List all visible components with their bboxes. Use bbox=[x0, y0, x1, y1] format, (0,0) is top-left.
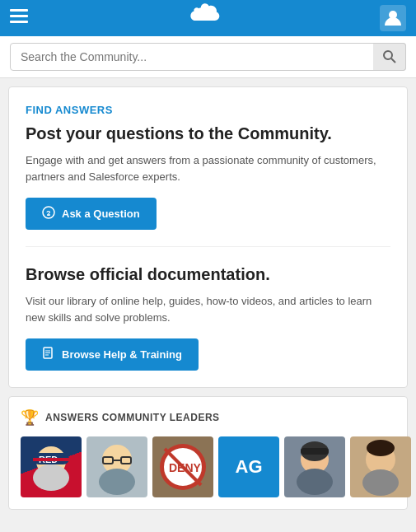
svg-point-27 bbox=[297, 469, 333, 495]
svg-rect-0 bbox=[10, 9, 28, 12]
svg-point-32 bbox=[367, 440, 395, 456]
svg-point-4 bbox=[384, 51, 392, 59]
ask-question-icon: ? bbox=[42, 206, 55, 222]
svg-point-31 bbox=[362, 469, 399, 496]
browse-section: Browse official documentation. Visit our… bbox=[26, 264, 390, 371]
search-button[interactable] bbox=[373, 43, 406, 71]
svg-rect-29 bbox=[301, 448, 329, 455]
svg-text:?: ? bbox=[46, 209, 51, 217]
browse-title: Browse official documentation. bbox=[26, 264, 390, 285]
app-header bbox=[0, 0, 416, 36]
search-bar bbox=[0, 36, 416, 78]
browse-help-label: Browse Help & Training bbox=[62, 348, 182, 361]
avatar-1[interactable]: RED bbox=[21, 436, 82, 497]
svg-line-5 bbox=[391, 58, 395, 63]
avatar-4[interactable]: AG bbox=[218, 436, 279, 497]
svg-rect-1 bbox=[10, 15, 28, 17]
svg-point-13 bbox=[33, 464, 69, 491]
svg-rect-16 bbox=[33, 458, 69, 461]
section-divider bbox=[26, 246, 390, 247]
main-card: FIND ANSWERS Post your questions to the … bbox=[8, 86, 408, 388]
find-answers-section: FIND ANSWERS Post your questions to the … bbox=[26, 104, 390, 230]
avatar-3[interactable]: DENY bbox=[152, 436, 213, 497]
avatar-2[interactable] bbox=[86, 436, 147, 497]
ask-question-button[interactable]: ? Ask a Question bbox=[26, 198, 157, 230]
ask-question-label: Ask a Question bbox=[62, 208, 140, 220]
salesforce-logo bbox=[184, 3, 225, 33]
search-input[interactable] bbox=[10, 43, 406, 71]
browse-icon bbox=[42, 347, 55, 362]
find-answers-label: FIND ANSWERS bbox=[26, 104, 390, 116]
svg-rect-2 bbox=[10, 21, 28, 23]
browse-help-button[interactable]: Browse Help & Training bbox=[26, 338, 199, 371]
avatar-5[interactable] bbox=[284, 436, 345, 497]
leaders-section: 🏆 ANSWERS COMMUNITY LEADERS RED bbox=[8, 396, 408, 510]
post-title: Post your questions to the Community. bbox=[26, 123, 390, 144]
user-icon[interactable] bbox=[380, 5, 406, 31]
svg-point-18 bbox=[99, 469, 135, 495]
avatar-6[interactable] bbox=[350, 436, 411, 497]
browse-desc: Visit our library of online help, guides… bbox=[26, 293, 390, 325]
trophy-icon: 🏆 bbox=[21, 408, 39, 427]
leaders-header: 🏆 ANSWERS COMMUNITY LEADERS bbox=[21, 408, 395, 427]
search-wrapper bbox=[10, 43, 406, 71]
menu-icon[interactable] bbox=[10, 9, 28, 28]
leaders-title: ANSWERS COMMUNITY LEADERS bbox=[45, 412, 220, 423]
post-desc: Engage with and get answers from a passi… bbox=[26, 152, 390, 184]
avatars-row: RED DENY AG bbox=[21, 436, 395, 497]
